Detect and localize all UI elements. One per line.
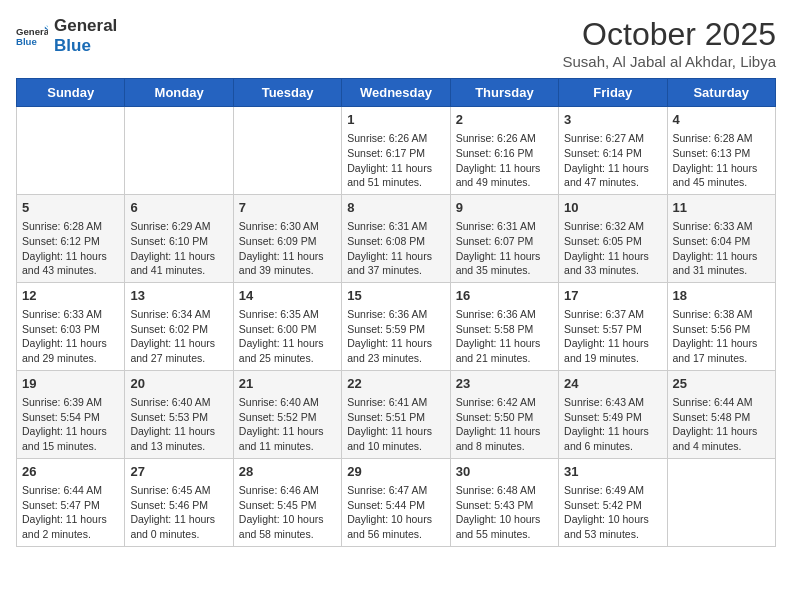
day-info: Sunrise: 6:40 AM Sunset: 5:52 PM Dayligh… bbox=[239, 395, 336, 454]
day-number: 2 bbox=[456, 111, 553, 129]
day-info: Sunrise: 6:28 AM Sunset: 6:12 PM Dayligh… bbox=[22, 219, 119, 278]
calendar-cell: 8Sunrise: 6:31 AM Sunset: 6:08 PM Daylig… bbox=[342, 194, 450, 282]
calendar-cell: 31Sunrise: 6:49 AM Sunset: 5:42 PM Dayli… bbox=[559, 458, 667, 546]
day-number: 9 bbox=[456, 199, 553, 217]
day-number: 27 bbox=[130, 463, 227, 481]
calendar-cell: 30Sunrise: 6:48 AM Sunset: 5:43 PM Dayli… bbox=[450, 458, 558, 546]
calendar-cell: 24Sunrise: 6:43 AM Sunset: 5:49 PM Dayli… bbox=[559, 370, 667, 458]
weekday-header-tuesday: Tuesday bbox=[233, 79, 341, 107]
day-number: 8 bbox=[347, 199, 444, 217]
calendar-cell: 28Sunrise: 6:46 AM Sunset: 5:45 PM Dayli… bbox=[233, 458, 341, 546]
day-number: 19 bbox=[22, 375, 119, 393]
day-number: 12 bbox=[22, 287, 119, 305]
day-number: 28 bbox=[239, 463, 336, 481]
day-info: Sunrise: 6:31 AM Sunset: 6:07 PM Dayligh… bbox=[456, 219, 553, 278]
calendar-week-4: 26Sunrise: 6:44 AM Sunset: 5:47 PM Dayli… bbox=[17, 458, 776, 546]
calendar-cell bbox=[233, 107, 341, 195]
day-info: Sunrise: 6:26 AM Sunset: 6:17 PM Dayligh… bbox=[347, 131, 444, 190]
calendar-cell: 19Sunrise: 6:39 AM Sunset: 5:54 PM Dayli… bbox=[17, 370, 125, 458]
day-info: Sunrise: 6:36 AM Sunset: 5:59 PM Dayligh… bbox=[347, 307, 444, 366]
calendar-cell bbox=[17, 107, 125, 195]
calendar-cell: 26Sunrise: 6:44 AM Sunset: 5:47 PM Dayli… bbox=[17, 458, 125, 546]
logo-svg: General Blue bbox=[16, 20, 48, 52]
location-subtitle: Susah, Al Jabal al Akhdar, Libya bbox=[563, 53, 776, 70]
day-number: 3 bbox=[564, 111, 661, 129]
calendar-cell: 5Sunrise: 6:28 AM Sunset: 6:12 PM Daylig… bbox=[17, 194, 125, 282]
day-number: 6 bbox=[130, 199, 227, 217]
calendar-cell: 25Sunrise: 6:44 AM Sunset: 5:48 PM Dayli… bbox=[667, 370, 775, 458]
day-info: Sunrise: 6:29 AM Sunset: 6:10 PM Dayligh… bbox=[130, 219, 227, 278]
logo: General Blue General Blue bbox=[16, 16, 117, 57]
calendar-cell: 15Sunrise: 6:36 AM Sunset: 5:59 PM Dayli… bbox=[342, 282, 450, 370]
logo-general-text: General bbox=[54, 16, 117, 36]
day-number: 13 bbox=[130, 287, 227, 305]
day-info: Sunrise: 6:49 AM Sunset: 5:42 PM Dayligh… bbox=[564, 483, 661, 542]
calendar-cell: 13Sunrise: 6:34 AM Sunset: 6:02 PM Dayli… bbox=[125, 282, 233, 370]
logo-blue-text: Blue bbox=[54, 36, 117, 56]
day-info: Sunrise: 6:41 AM Sunset: 5:51 PM Dayligh… bbox=[347, 395, 444, 454]
calendar-header: SundayMondayTuesdayWednesdayThursdayFrid… bbox=[17, 79, 776, 107]
calendar-cell: 17Sunrise: 6:37 AM Sunset: 5:57 PM Dayli… bbox=[559, 282, 667, 370]
calendar-cell: 14Sunrise: 6:35 AM Sunset: 6:00 PM Dayli… bbox=[233, 282, 341, 370]
calendar-cell: 27Sunrise: 6:45 AM Sunset: 5:46 PM Dayli… bbox=[125, 458, 233, 546]
weekday-header-thursday: Thursday bbox=[450, 79, 558, 107]
weekday-header-saturday: Saturday bbox=[667, 79, 775, 107]
day-number: 31 bbox=[564, 463, 661, 481]
day-info: Sunrise: 6:44 AM Sunset: 5:48 PM Dayligh… bbox=[673, 395, 770, 454]
day-info: Sunrise: 6:37 AM Sunset: 5:57 PM Dayligh… bbox=[564, 307, 661, 366]
day-number: 4 bbox=[673, 111, 770, 129]
day-number: 17 bbox=[564, 287, 661, 305]
day-info: Sunrise: 6:30 AM Sunset: 6:09 PM Dayligh… bbox=[239, 219, 336, 278]
calendar-week-0: 1Sunrise: 6:26 AM Sunset: 6:17 PM Daylig… bbox=[17, 107, 776, 195]
calendar-cell bbox=[125, 107, 233, 195]
calendar-cell: 1Sunrise: 6:26 AM Sunset: 6:17 PM Daylig… bbox=[342, 107, 450, 195]
day-number: 22 bbox=[347, 375, 444, 393]
calendar-cell: 16Sunrise: 6:36 AM Sunset: 5:58 PM Dayli… bbox=[450, 282, 558, 370]
calendar-cell: 18Sunrise: 6:38 AM Sunset: 5:56 PM Dayli… bbox=[667, 282, 775, 370]
day-info: Sunrise: 6:47 AM Sunset: 5:44 PM Dayligh… bbox=[347, 483, 444, 542]
day-info: Sunrise: 6:39 AM Sunset: 5:54 PM Dayligh… bbox=[22, 395, 119, 454]
day-number: 1 bbox=[347, 111, 444, 129]
weekday-header-sunday: Sunday bbox=[17, 79, 125, 107]
day-number: 25 bbox=[673, 375, 770, 393]
calendar-cell: 7Sunrise: 6:30 AM Sunset: 6:09 PM Daylig… bbox=[233, 194, 341, 282]
calendar-week-2: 12Sunrise: 6:33 AM Sunset: 6:03 PM Dayli… bbox=[17, 282, 776, 370]
weekday-header-friday: Friday bbox=[559, 79, 667, 107]
day-info: Sunrise: 6:45 AM Sunset: 5:46 PM Dayligh… bbox=[130, 483, 227, 542]
calendar-cell: 29Sunrise: 6:47 AM Sunset: 5:44 PM Dayli… bbox=[342, 458, 450, 546]
day-info: Sunrise: 6:40 AM Sunset: 5:53 PM Dayligh… bbox=[130, 395, 227, 454]
calendar-cell: 9Sunrise: 6:31 AM Sunset: 6:07 PM Daylig… bbox=[450, 194, 558, 282]
day-number: 20 bbox=[130, 375, 227, 393]
weekday-header-monday: Monday bbox=[125, 79, 233, 107]
title-block: October 2025 Susah, Al Jabal al Akhdar, … bbox=[563, 16, 776, 70]
day-info: Sunrise: 6:31 AM Sunset: 6:08 PM Dayligh… bbox=[347, 219, 444, 278]
calendar-cell: 23Sunrise: 6:42 AM Sunset: 5:50 PM Dayli… bbox=[450, 370, 558, 458]
calendar-cell: 12Sunrise: 6:33 AM Sunset: 6:03 PM Dayli… bbox=[17, 282, 125, 370]
calendar-cell: 22Sunrise: 6:41 AM Sunset: 5:51 PM Dayli… bbox=[342, 370, 450, 458]
day-number: 10 bbox=[564, 199, 661, 217]
day-info: Sunrise: 6:26 AM Sunset: 6:16 PM Dayligh… bbox=[456, 131, 553, 190]
day-info: Sunrise: 6:48 AM Sunset: 5:43 PM Dayligh… bbox=[456, 483, 553, 542]
day-info: Sunrise: 6:35 AM Sunset: 6:00 PM Dayligh… bbox=[239, 307, 336, 366]
svg-text:Blue: Blue bbox=[16, 36, 37, 47]
day-info: Sunrise: 6:43 AM Sunset: 5:49 PM Dayligh… bbox=[564, 395, 661, 454]
calendar-week-1: 5Sunrise: 6:28 AM Sunset: 6:12 PM Daylig… bbox=[17, 194, 776, 282]
calendar-table: SundayMondayTuesdayWednesdayThursdayFrid… bbox=[16, 78, 776, 547]
day-number: 15 bbox=[347, 287, 444, 305]
day-info: Sunrise: 6:42 AM Sunset: 5:50 PM Dayligh… bbox=[456, 395, 553, 454]
day-number: 16 bbox=[456, 287, 553, 305]
day-number: 26 bbox=[22, 463, 119, 481]
weekday-header-wednesday: Wednesday bbox=[342, 79, 450, 107]
weekday-header-row: SundayMondayTuesdayWednesdayThursdayFrid… bbox=[17, 79, 776, 107]
day-info: Sunrise: 6:34 AM Sunset: 6:02 PM Dayligh… bbox=[130, 307, 227, 366]
calendar-cell: 2Sunrise: 6:26 AM Sunset: 6:16 PM Daylig… bbox=[450, 107, 558, 195]
calendar-cell: 21Sunrise: 6:40 AM Sunset: 5:52 PM Dayli… bbox=[233, 370, 341, 458]
calendar-cell: 3Sunrise: 6:27 AM Sunset: 6:14 PM Daylig… bbox=[559, 107, 667, 195]
day-number: 30 bbox=[456, 463, 553, 481]
day-info: Sunrise: 6:32 AM Sunset: 6:05 PM Dayligh… bbox=[564, 219, 661, 278]
day-info: Sunrise: 6:44 AM Sunset: 5:47 PM Dayligh… bbox=[22, 483, 119, 542]
day-info: Sunrise: 6:28 AM Sunset: 6:13 PM Dayligh… bbox=[673, 131, 770, 190]
calendar-cell: 11Sunrise: 6:33 AM Sunset: 6:04 PM Dayli… bbox=[667, 194, 775, 282]
calendar-week-3: 19Sunrise: 6:39 AM Sunset: 5:54 PM Dayli… bbox=[17, 370, 776, 458]
day-number: 7 bbox=[239, 199, 336, 217]
